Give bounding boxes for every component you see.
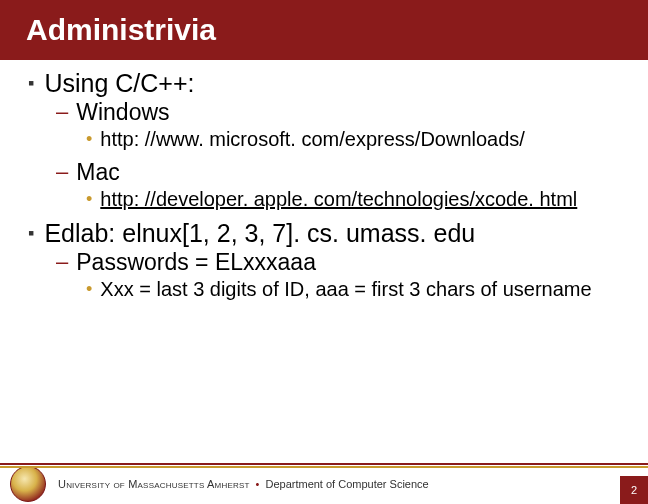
bullet-text: Passwords = ELxxxaaa xyxy=(76,248,316,276)
bullet-item: – Mac • http: //developer. apple. com/te… xyxy=(56,158,620,212)
bullet-text: http: //www. microsoft. com/express/Down… xyxy=(100,126,525,152)
bullet-item: ▪ Using C/C++: – Windows • xyxy=(28,68,620,212)
slide-title: Administrivia xyxy=(26,13,216,47)
bullet-text: Windows xyxy=(76,98,169,126)
bullet-l2-icon: – xyxy=(56,98,68,126)
bullet-item: – Passwords = ELxxxaaa • Xxx = last 3 di… xyxy=(56,248,620,302)
bullet-l1-icon: ▪ xyxy=(28,68,34,98)
slide: Administrivia ▪ Using C/C++: – Windows xyxy=(0,0,648,504)
bullet-l3-icon: • xyxy=(86,186,92,212)
footer-stripe xyxy=(0,463,648,468)
bullet-l2-icon: – xyxy=(56,248,68,276)
slide-body: ▪ Using C/C++: – Windows • xyxy=(0,60,648,302)
title-bar: Administrivia xyxy=(0,0,648,60)
bullet-text: Xxx = last 3 digits of ID, aaa = first 3… xyxy=(100,276,591,302)
page-number: 2 xyxy=(620,476,648,504)
bullet-item: • http: //developer. apple. com/technolo… xyxy=(86,186,620,212)
bullet-item: • Xxx = last 3 digits of ID, aaa = first… xyxy=(86,276,620,302)
bullet-l2-icon: – xyxy=(56,158,68,186)
bullet-l3-icon: • xyxy=(86,126,92,152)
separator-icon: • xyxy=(256,478,260,490)
footer-text: University of Massachusetts Amherst • De… xyxy=(58,478,429,490)
bullet-text: Using C/C++: xyxy=(44,68,194,98)
bullet-item: ▪ Edlab: elnux[1, 2, 3, 7]. cs. umass. e… xyxy=(28,218,620,302)
university-seal-icon xyxy=(10,466,46,502)
bullet-text: Edlab: elnux[1, 2, 3, 7]. cs. umass. edu xyxy=(44,218,475,248)
footer: University of Massachusetts Amherst • De… xyxy=(0,460,648,504)
bullet-text: Mac xyxy=(76,158,119,186)
university-name: University of Massachusetts Amherst xyxy=(58,478,250,490)
bullet-l3-icon: • xyxy=(86,276,92,302)
bullet-item: • http: //www. microsoft. com/express/Do… xyxy=(86,126,620,152)
bullet-l1-icon: ▪ xyxy=(28,218,34,248)
bullet-item: – Windows • http: //www. microsoft. com/… xyxy=(56,98,620,152)
bullet-link[interactable]: http: //developer. apple. com/technologi… xyxy=(100,186,577,212)
department-name: Department of Computer Science xyxy=(265,478,428,490)
